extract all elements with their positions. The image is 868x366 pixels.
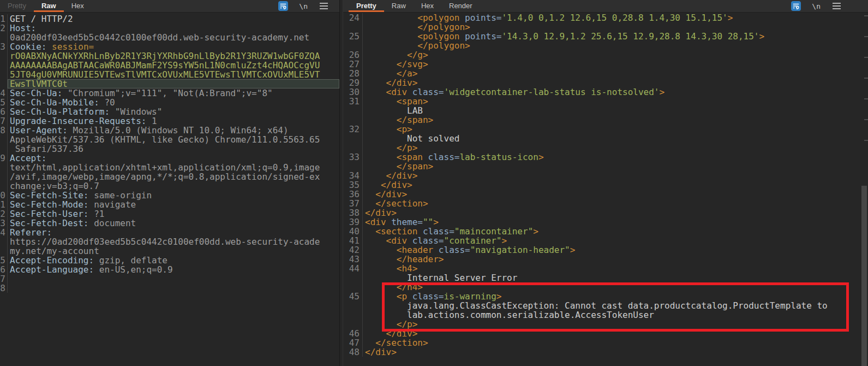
line-number: 1 [0,14,8,23]
line-number [343,162,363,171]
line-number: 17 [0,274,8,284]
code-text: lab.actions.common.serializable.AccessTo… [363,310,868,320]
code-text: change;v=b3;q=0.7 [8,181,339,191]
line-number: 18 [0,284,8,293]
line-number: 47 [343,338,363,347]
menu-icon[interactable] [831,1,841,11]
code-row: 41 <div class="container"> [343,236,868,245]
tab-pretty[interactable]: Pretty [349,0,384,12]
code-row: 5Sec-Ch-Ua-Mobile: ?0 [0,98,339,107]
code-row: https://0ad200df03eed5b5c0442c0100ef00dd… [0,237,339,246]
code-row: 36 </div> [343,190,868,199]
code-row: 37 </section> [343,199,868,208]
line-number: 3 [0,42,8,51]
code-row: </polygon> [343,22,868,32]
line-number: 16 [0,265,8,274]
code-text: Safari/537.36 [8,144,339,154]
code-row: 33 <span class=lab-status-icon> [343,152,868,162]
line-number [343,143,363,152]
code-row: change;v=b3;q=0.7 [0,181,339,191]
line-number [0,246,8,256]
scrollbar-tick [864,57,868,58]
line-number [343,282,363,292]
code-row: 45 <p class=is-warning> [343,292,868,301]
code-text: <polygon points='14.3,0 12.9,1.2 25.6,15… [363,32,868,41]
line-number [0,79,8,88]
tab-raw[interactable]: Raw [34,0,64,12]
code-row: 15Accept-Encoding: gzip, deflate [0,256,339,265]
code-row: rO0ABXNyACNkYXRhLnByb2R1Y3RjYXRhbG9nLlBy… [0,51,339,61]
line-number: 11 [0,200,8,209]
code-text: Accept-Language: en-US,en;q=0.9 [8,265,339,274]
code-text: </div> [363,329,868,338]
response-panel: Pretty Raw Hex Render \n 24 <polygon poi… [343,0,868,366]
tab-pretty[interactable]: Pretty [0,0,34,12]
line-number: 31 [343,97,363,106]
code-text: <div class='widgetcontainer-lab-status i… [363,87,868,97]
line-number: 10 [0,191,8,200]
line-number [0,144,8,154]
line-number: 8 [0,126,8,135]
code-row: Internal Server Error [343,273,868,282]
line-number: 39 [343,217,363,227]
code-row: 10Sec-Fetch-Site: same-origin [0,191,339,200]
code-row: 34 </div> [343,171,868,180]
tab-hex[interactable]: Hex [414,0,441,12]
code-text: User-Agent: Mozilla/5.0 (Windows NT 10.0… [8,126,339,135]
line-number: 4 [0,88,8,98]
code-row: </span> [343,115,868,125]
line-number [343,41,363,50]
code-text: <section class="maincontainer"> [363,227,868,236]
scrollbar-thumb[interactable] [861,186,867,366]
line-number: 46 [343,329,363,338]
tab-render[interactable]: Render [441,0,480,12]
tab-hex[interactable]: Hex [64,0,92,12]
word-wrap-icon[interactable] [278,1,288,11]
request-editor[interactable]: 1GET / HTTP/22Host:0ad200df03eed5b5c0442… [0,13,339,366]
tab-raw[interactable]: Raw [384,0,414,12]
word-wrap-icon[interactable] [791,1,801,11]
code-row: </p> [343,143,868,152]
code-text: text/html,application/xhtml+xml,applicat… [8,163,339,172]
code-row: 32 <p> [343,125,868,134]
code-row: 2Host: [0,23,339,33]
line-number: 29 [343,78,363,87]
code-text [8,284,339,293]
code-row: 38</div> [343,208,868,217]
code-text: </a> [363,69,868,78]
response-toolbar: \n [791,1,841,11]
code-text: </p> [363,143,868,152]
code-text: <div class="container"> [363,236,868,245]
code-row: 29 </div> [343,78,868,87]
code-row: Safari/537.36 [0,144,339,154]
line-number: 45 [343,292,363,301]
code-row: 27 </svg> [343,60,868,69]
code-row: 44 <h4> [343,264,868,273]
line-number: 38 [343,208,363,217]
code-row: 28 </a> [343,69,868,78]
line-number [0,51,8,61]
code-row: 42 <header class="navigation-header"> [343,245,868,255]
code-text: GET / HTTP/2 [8,14,339,23]
line-number: 24 [343,13,363,22]
newline-icon[interactable]: \n [812,2,821,10]
line-number: 48 [343,347,363,357]
code-text: </div> [363,190,868,199]
line-number [0,70,8,79]
code-row: my.net/my-account [0,246,339,256]
menu-icon[interactable] [319,1,328,11]
response-editor[interactable]: 24 <polygon points='1.4,0 0,1.2 12.6,15 … [343,13,868,366]
code-row: 0ad200df03eed5b5c0442c0100ef00dd.web-sec… [0,33,339,42]
scrollbar-tick [864,36,868,37]
code-text: </div> [363,347,868,357]
code-row: 35 </div> [343,180,868,190]
line-number: 36 [343,190,363,199]
line-number: 44 [343,264,363,273]
line-number [343,320,363,329]
line-number: 5 [0,98,8,107]
code-text: https://0ad200df03eed5b5c0442c0100ef00dd… [8,237,339,246]
line-number [343,22,363,32]
newline-icon[interactable]: \n [299,2,308,10]
line-number [0,135,8,144]
code-text: </div> [363,78,868,87]
